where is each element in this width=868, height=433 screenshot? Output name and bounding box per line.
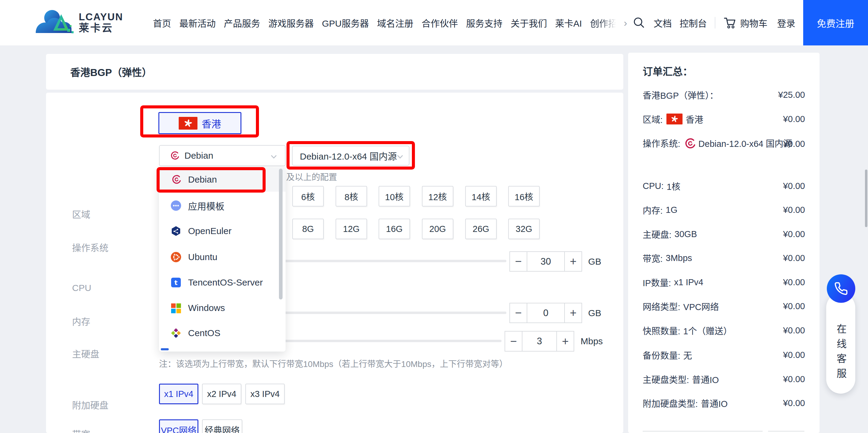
memory-option-32g[interactable]: 32G <box>508 219 540 239</box>
nav-item-partners[interactable]: 合作伙伴 <box>422 16 458 29</box>
page-scrollbar[interactable] <box>865 169 867 227</box>
extra-disk-minus-button[interactable]: − <box>510 303 527 322</box>
nav-item-gpu-servers[interactable]: GPU服务器 <box>322 16 369 29</box>
bandwidth-unit: Mbps <box>581 335 603 347</box>
os-version-select[interactable]: Debian-12.0-x64 国内源 <box>292 146 409 166</box>
nav-item-creator[interactable]: 创作招 <box>590 16 617 29</box>
summary-row-snapshot: 快照数量: 1个（赠送） ¥0.00 <box>643 324 805 336</box>
memory-label: 内存 <box>72 316 90 328</box>
bandwidth-stepper: − 3 + <box>504 331 574 351</box>
extra-disk-value[interactable]: 0 <box>527 303 565 322</box>
os-dropdown-item-debian[interactable]: Debian <box>159 167 286 192</box>
os-dropdown-item-windows[interactable]: Windows <box>159 296 286 320</box>
summary-price: ¥0.00 <box>783 114 805 124</box>
extra-disk-unit: GB <box>588 307 601 319</box>
logo[interactable]: LCAYUN 莱卡云 <box>33 7 133 39</box>
summary-row-backup: 备份数量: 无 ¥0.00 <box>643 349 805 361</box>
product-header-card: 香港BGP（弹性） <box>46 54 623 90</box>
nav-item-ai[interactable]: 莱卡AI <box>555 16 582 29</box>
cpu-option-16[interactable]: 16核 <box>508 186 540 207</box>
network-option-vpc[interactable]: VPC网络 <box>159 420 198 433</box>
os-family-select[interactable]: Debian <box>159 145 286 166</box>
summary-row-network: 网络类型: VPC网络 ¥0.00 <box>643 300 805 312</box>
bandwidth-minus-button[interactable]: − <box>505 332 522 351</box>
dropdown-scrollbar[interactable] <box>279 169 283 300</box>
chevron-down-icon <box>271 151 277 161</box>
os-dropdown-item-tencentos[interactable]: t TencentOS-Server <box>159 270 286 295</box>
disk-label: 主硬盘 <box>72 348 99 360</box>
summary-row-cpu: CPU: 1核 ¥0.00 <box>643 180 805 192</box>
region-option-hongkong[interactable]: 香港 <box>158 112 241 134</box>
ip-option-x1[interactable]: x1 IPv4 <box>159 384 198 404</box>
page: LCAYUN 莱卡云 首页 最新活动 产品服务 游戏服务器 GPU服务器 域名注… <box>0 0 868 433</box>
summary-row-ip: IP数量: x1 IPv4 ¥0.00 <box>643 276 805 288</box>
online-support-widget[interactable]: 在线客服 <box>826 293 855 394</box>
nav-item-home[interactable]: 首页 <box>153 16 171 29</box>
main-disk-value[interactable]: 30 <box>527 252 565 271</box>
nav-item-activities[interactable]: 最新活动 <box>179 16 216 29</box>
bandwidth-note: 注：该选项为上行带宽，默认下行带宽10Mbps（若上行带宽大于10Mbps，上下… <box>159 359 507 370</box>
memory-option-26g[interactable]: 26G <box>465 219 497 239</box>
nav-login-link[interactable]: 登录 <box>777 16 795 29</box>
nav-item-domains[interactable]: 域名注册 <box>377 16 413 29</box>
memory-option-8g[interactable]: 8G <box>292 219 324 239</box>
hk-flag-icon <box>179 117 197 130</box>
nav-right-group: 文档 控制台 购物车 登录 <box>632 0 795 45</box>
main-disk-unit: GB <box>588 255 601 268</box>
summary-row-extra-disk-type: 附加硬盘类型: 普通IO ¥0.00 <box>643 397 805 409</box>
summary-price: ¥0.00 <box>783 229 805 239</box>
summary-divider <box>768 431 804 432</box>
summary-price: ¥0.00 <box>783 181 805 191</box>
logo-brand-en: LCAYUN <box>79 12 123 22</box>
os-dropdown-item-openeuler[interactable]: OpenEuler <box>159 219 286 243</box>
nav-item-about[interactable]: 关于我们 <box>510 16 547 29</box>
os-dropdown-item-app-template[interactable]: 应用模板 <box>159 193 286 218</box>
hk-flag-icon <box>666 114 683 124</box>
cpu-option-14[interactable]: 14核 <box>465 186 497 207</box>
nav-cart-link[interactable]: 购物车 <box>740 16 768 29</box>
page-title: 香港BGP（弹性） <box>70 54 152 90</box>
logo-brand-cn: 莱卡云 <box>79 22 123 34</box>
summary-price: ¥0.00 <box>783 277 805 287</box>
bandwidth-plus-button[interactable]: + <box>557 332 574 351</box>
memory-option-20g[interactable]: 20G <box>422 219 454 239</box>
nav-links: 首页 最新活动 产品服务 游戏服务器 GPU服务器 域名注册 合作伙伴 服务支持… <box>153 0 627 45</box>
region-label: 区域 <box>72 209 90 221</box>
os-dropdown-item-centos[interactable]: CentOS <box>159 321 286 345</box>
phone-icon[interactable] <box>827 274 855 303</box>
cpu-option-12[interactable]: 12核 <box>422 186 454 207</box>
logo-cloud-icon <box>33 7 76 38</box>
nav-more-chevron-icon[interactable]: › <box>624 17 627 29</box>
os-dropdown-item-ubuntu[interactable]: Ubuntu <box>159 245 286 269</box>
nav-item-game-servers[interactable]: 游戏服务器 <box>268 16 314 29</box>
app-template-icon <box>170 200 181 211</box>
ip-option-x3[interactable]: x3 IPv4 <box>245 384 285 404</box>
memory-option-16g[interactable]: 16G <box>379 219 410 239</box>
search-icon[interactable] <box>632 16 646 29</box>
os-label: 操作系统 <box>72 242 108 254</box>
cpu-option-8[interactable]: 8核 <box>336 186 367 207</box>
register-button[interactable]: 免费注册 <box>803 0 868 45</box>
summary-price: ¥0.00 <box>783 350 805 360</box>
summary-row-os: 操作系统:Debian-12.0-x64 国内源 ¥0.00 <box>643 135 794 153</box>
nav-console-link[interactable]: 控制台 <box>680 16 707 29</box>
main-disk-minus-button[interactable]: − <box>510 252 527 271</box>
ip-option-x2[interactable]: x2 IPv4 <box>202 384 241 404</box>
network-option-classic[interactable]: 经典网络 <box>202 420 242 433</box>
memory-option-12g[interactable]: 12G <box>336 219 367 239</box>
nav-docs-link[interactable]: 文档 <box>654 16 672 29</box>
cpu-option-10[interactable]: 10核 <box>379 186 410 207</box>
nav-item-support[interactable]: 服务支持 <box>466 16 502 29</box>
summary-price: ¥0.00 <box>783 398 805 408</box>
nav-item-products[interactable]: 产品服务 <box>224 16 260 29</box>
main-disk-plus-button[interactable]: + <box>565 252 582 271</box>
extra-disk-plus-button[interactable]: + <box>565 303 582 322</box>
tencentos-icon: t <box>170 277 181 288</box>
centos-icon <box>170 328 181 339</box>
cpu-option-6[interactable]: 6核 <box>292 186 324 207</box>
bandwidth-label: 带宽 <box>72 429 90 433</box>
summary-price: ¥0.00 <box>783 135 805 153</box>
cart-icon[interactable] <box>723 16 737 30</box>
bandwidth-value[interactable]: 3 <box>522 332 557 351</box>
region-option-label: 香港 <box>202 116 221 130</box>
